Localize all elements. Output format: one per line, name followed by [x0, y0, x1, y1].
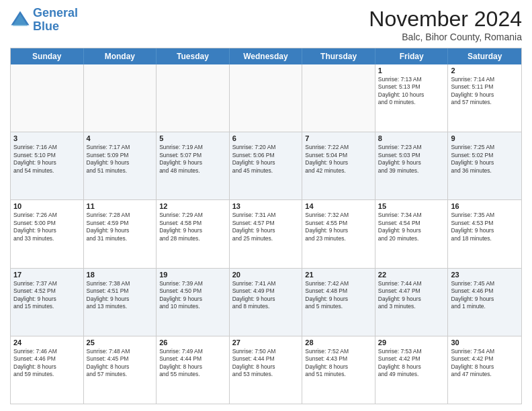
calendar-cell: 2Sunrise: 7:14 AM Sunset: 5:11 PM Daylig… [448, 64, 521, 132]
day-info: Sunrise: 7:28 AM Sunset: 4:59 PM Dayligh… [87, 212, 154, 242]
day-info: Sunrise: 7:50 AM Sunset: 4:44 PM Dayligh… [232, 348, 300, 379]
day-info: Sunrise: 7:16 AM Sunset: 5:10 PM Dayligh… [13, 144, 81, 175]
day-number: 24 [13, 338, 81, 347]
calendar-body: 1Sunrise: 7:13 AM Sunset: 5:13 PM Daylig… [11, 64, 521, 404]
day-number: 6 [232, 134, 300, 142]
calendar-cell: 17Sunrise: 7:37 AM Sunset: 4:52 PM Dayli… [11, 269, 84, 336]
day-of-week-header: Thursday [302, 48, 375, 64]
day-number: 8 [378, 134, 445, 142]
day-info: Sunrise: 7:39 AM Sunset: 4:50 PM Dayligh… [159, 280, 226, 311]
day-number: 14 [305, 202, 372, 210]
day-number: 20 [232, 271, 300, 279]
day-of-week-header: Saturday [448, 48, 521, 64]
header: General Blue November 2024 Balc, Bihor C… [10, 7, 522, 42]
day-info: Sunrise: 7:46 AM Sunset: 4:46 PM Dayligh… [13, 348, 81, 379]
day-of-week-header: Tuesday [157, 48, 230, 64]
day-number: 17 [13, 271, 81, 279]
day-info: Sunrise: 7:35 AM Sunset: 4:53 PM Dayligh… [451, 212, 519, 242]
calendar-week-row: 24Sunrise: 7:46 AM Sunset: 4:46 PM Dayli… [11, 336, 521, 404]
day-number: 30 [451, 338, 519, 347]
day-info: Sunrise: 7:29 AM Sunset: 4:58 PM Dayligh… [159, 212, 226, 242]
page: General Blue November 2024 Balc, Bihor C… [0, 0, 532, 411]
calendar-cell: 26Sunrise: 7:49 AM Sunset: 4:44 PM Dayli… [157, 336, 230, 404]
calendar-cell: 8Sunrise: 7:23 AM Sunset: 5:03 PM Daylig… [375, 132, 449, 199]
day-number: 21 [305, 271, 372, 279]
day-info: Sunrise: 7:23 AM Sunset: 5:03 PM Dayligh… [378, 144, 445, 175]
day-info: Sunrise: 7:53 AM Sunset: 4:42 PM Dayligh… [378, 348, 445, 379]
day-info: Sunrise: 7:34 AM Sunset: 4:54 PM Dayligh… [378, 212, 445, 242]
calendar-cell: 29Sunrise: 7:53 AM Sunset: 4:42 PM Dayli… [375, 336, 449, 404]
day-info: Sunrise: 7:17 AM Sunset: 5:09 PM Dayligh… [87, 144, 154, 175]
calendar-cell [230, 64, 303, 132]
calendar-week-row: 10Sunrise: 7:26 AM Sunset: 5:00 PM Dayli… [11, 200, 521, 268]
day-number: 7 [305, 134, 372, 142]
calendar-cell: 10Sunrise: 7:26 AM Sunset: 5:00 PM Dayli… [11, 200, 84, 267]
logo-text: General Blue [33, 7, 78, 34]
day-number: 13 [232, 202, 300, 210]
calendar-week-row: 3Sunrise: 7:16 AM Sunset: 5:10 PM Daylig… [11, 132, 521, 200]
calendar-cell: 16Sunrise: 7:35 AM Sunset: 4:53 PM Dayli… [448, 200, 521, 267]
day-info: Sunrise: 7:31 AM Sunset: 4:57 PM Dayligh… [232, 212, 300, 242]
calendar-cell: 13Sunrise: 7:31 AM Sunset: 4:57 PM Dayli… [230, 200, 303, 267]
calendar-cell: 1Sunrise: 7:13 AM Sunset: 5:13 PM Daylig… [375, 64, 449, 132]
day-number: 11 [87, 202, 154, 210]
day-info: Sunrise: 7:44 AM Sunset: 4:47 PM Dayligh… [378, 280, 445, 311]
day-info: Sunrise: 7:19 AM Sunset: 5:07 PM Dayligh… [159, 144, 226, 175]
day-info: Sunrise: 7:54 AM Sunset: 4:42 PM Dayligh… [451, 348, 519, 379]
day-of-week-header: Sunday [11, 48, 84, 64]
calendar-cell: 11Sunrise: 7:28 AM Sunset: 4:59 PM Dayli… [84, 200, 157, 267]
day-number: 27 [232, 338, 300, 347]
calendar-cell: 3Sunrise: 7:16 AM Sunset: 5:10 PM Daylig… [11, 132, 84, 199]
day-info: Sunrise: 7:13 AM Sunset: 5:13 PM Dayligh… [378, 76, 445, 107]
calendar-cell: 27Sunrise: 7:50 AM Sunset: 4:44 PM Dayli… [230, 336, 303, 404]
day-of-week-header: Wednesday [230, 48, 303, 64]
day-of-week-header: Friday [375, 48, 449, 64]
day-info: Sunrise: 7:41 AM Sunset: 4:49 PM Dayligh… [232, 280, 300, 311]
day-info: Sunrise: 7:49 AM Sunset: 4:44 PM Dayligh… [159, 348, 226, 379]
logo-line2: Blue [33, 19, 59, 33]
main-title: November 2024 [369, 7, 522, 32]
calendar-cell [157, 64, 230, 132]
calendar-cell: 19Sunrise: 7:39 AM Sunset: 4:50 PM Dayli… [157, 269, 230, 336]
day-info: Sunrise: 7:26 AM Sunset: 5:00 PM Dayligh… [13, 212, 81, 242]
day-info: Sunrise: 7:32 AM Sunset: 4:55 PM Dayligh… [305, 212, 372, 242]
day-number: 26 [159, 338, 226, 347]
calendar-cell: 20Sunrise: 7:41 AM Sunset: 4:49 PM Dayli… [230, 269, 303, 336]
day-number: 16 [451, 202, 519, 210]
calendar-cell: 4Sunrise: 7:17 AM Sunset: 5:09 PM Daylig… [84, 132, 157, 199]
day-number: 22 [378, 271, 445, 279]
day-number: 25 [87, 338, 154, 347]
day-number: 15 [378, 202, 445, 210]
calendar-header: SundayMondayTuesdayWednesdayThursdayFrid… [11, 48, 521, 64]
day-number: 29 [378, 338, 445, 347]
day-info: Sunrise: 7:14 AM Sunset: 5:11 PM Dayligh… [451, 76, 519, 107]
day-info: Sunrise: 7:45 AM Sunset: 4:46 PM Dayligh… [451, 280, 519, 311]
day-info: Sunrise: 7:25 AM Sunset: 5:02 PM Dayligh… [451, 144, 519, 175]
day-number: 3 [13, 134, 81, 142]
day-number: 19 [159, 271, 226, 279]
day-number: 2 [451, 66, 519, 75]
day-number: 4 [87, 134, 154, 142]
logo: General Blue [10, 7, 78, 34]
day-info: Sunrise: 7:20 AM Sunset: 5:06 PM Dayligh… [232, 144, 300, 175]
logo-icon [10, 10, 30, 30]
calendar-cell: 24Sunrise: 7:46 AM Sunset: 4:46 PM Dayli… [11, 336, 84, 404]
calendar-cell [302, 64, 375, 132]
calendar-cell [84, 64, 157, 132]
calendar-cell: 21Sunrise: 7:42 AM Sunset: 4:48 PM Dayli… [302, 269, 375, 336]
day-number: 28 [305, 338, 372, 347]
logo-line1: General [33, 6, 78, 19]
calendar-cell [11, 64, 84, 132]
calendar-cell: 5Sunrise: 7:19 AM Sunset: 5:07 PM Daylig… [157, 132, 230, 199]
calendar-cell: 18Sunrise: 7:38 AM Sunset: 4:51 PM Dayli… [84, 269, 157, 336]
calendar-cell: 23Sunrise: 7:45 AM Sunset: 4:46 PM Dayli… [448, 269, 521, 336]
day-info: Sunrise: 7:52 AM Sunset: 4:43 PM Dayligh… [305, 348, 372, 379]
calendar-week-row: 17Sunrise: 7:37 AM Sunset: 4:52 PM Dayli… [11, 269, 521, 336]
calendar-cell: 6Sunrise: 7:20 AM Sunset: 5:06 PM Daylig… [230, 132, 303, 199]
calendar-cell: 22Sunrise: 7:44 AM Sunset: 4:47 PM Dayli… [375, 269, 449, 336]
calendar-cell: 15Sunrise: 7:34 AM Sunset: 4:54 PM Dayli… [375, 200, 449, 267]
day-of-week-header: Monday [84, 48, 157, 64]
day-info: Sunrise: 7:22 AM Sunset: 5:04 PM Dayligh… [305, 144, 372, 175]
calendar-cell: 30Sunrise: 7:54 AM Sunset: 4:42 PM Dayli… [448, 336, 521, 404]
calendar-week-row: 1Sunrise: 7:13 AM Sunset: 5:13 PM Daylig… [11, 64, 521, 132]
